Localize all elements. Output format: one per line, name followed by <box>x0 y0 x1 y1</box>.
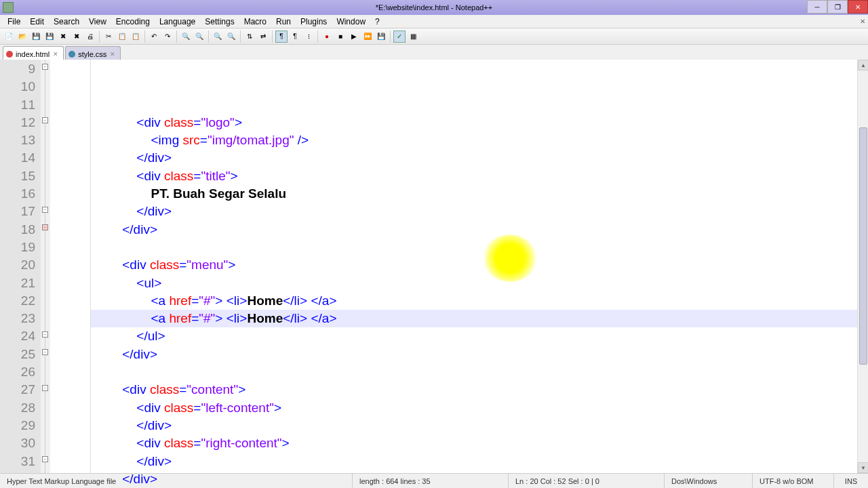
code-line[interactable]: PT. Buah Segar Selalu <box>91 185 868 203</box>
save-icon[interactable]: 💾 <box>30 30 42 43</box>
macro-play-icon[interactable]: ▶ <box>348 30 360 43</box>
tab-index-html[interactable]: index.html ✕ <box>3 46 64 60</box>
tab-style-css[interactable]: style.css ✕ <box>65 46 121 60</box>
file-saved-icon <box>68 51 75 58</box>
line-number: 27 <box>0 381 35 399</box>
code-line[interactable]: <ul> <box>91 274 868 292</box>
line-number: 17 <box>0 203 35 220</box>
code-line[interactable]: <div class="title"> <box>91 167 868 185</box>
fold-column[interactable]: − − − − − − − − <box>41 60 50 473</box>
save-all-icon[interactable]: 💾 <box>43 30 56 43</box>
spellcheck-icon[interactable]: ✓ <box>393 30 406 43</box>
editor-area[interactable]: 9101112131415161718192021222324252627282… <box>0 60 868 473</box>
code-line[interactable]: <a href="#"> <li>Home</li> </a> <box>91 310 868 327</box>
menu-encoding[interactable]: Encoding <box>111 16 155 28</box>
menu-search[interactable]: Search <box>49 16 84 28</box>
vertical-scrollbar[interactable]: ▲ ▼ <box>857 60 868 473</box>
menu-language[interactable]: Language <box>155 16 200 28</box>
scroll-up-icon[interactable]: ▲ <box>858 60 868 70</box>
code-line[interactable]: <div class="content"> <box>91 381 868 399</box>
code-line[interactable] <box>91 363 868 381</box>
sync-v-icon[interactable]: ⇅ <box>243 30 256 43</box>
undo-icon[interactable]: ↶ <box>148 30 160 43</box>
tab-close-icon[interactable]: ✕ <box>109 51 116 58</box>
code-line[interactable]: <div class="logo"> <box>91 114 868 131</box>
code-line[interactable]: </div> <box>91 453 868 470</box>
fold-toggle-icon[interactable]: − <box>42 349 48 355</box>
print-icon[interactable]: 🖨 <box>84 30 96 43</box>
paste-icon[interactable]: 📋 <box>130 30 142 43</box>
line-number: 9 <box>0 60 35 78</box>
tab-label: style.css <box>78 50 106 58</box>
maximize-button[interactable]: ❐ <box>827 0 848 14</box>
sync-h-icon[interactable]: ⇄ <box>257 30 269 43</box>
redo-icon[interactable]: ↷ <box>161 30 174 43</box>
all-chars-icon[interactable]: ¶ <box>289 30 301 43</box>
code-line[interactable]: </div> <box>91 149 868 167</box>
line-number: 19 <box>0 239 35 256</box>
close-icon[interactable]: ✖ <box>57 30 69 43</box>
zoom-in-icon[interactable]: 🔍 <box>212 30 224 43</box>
line-number: 12 <box>0 114 35 131</box>
document-close-icon[interactable]: ✕ <box>860 18 865 25</box>
minimize-button[interactable]: ─ <box>807 0 827 14</box>
code-line[interactable]: </div> <box>91 203 868 220</box>
close-button[interactable]: ✕ <box>848 0 868 14</box>
line-number-gutter: 9101112131415161718192021222324252627282… <box>0 60 41 473</box>
line-number: 30 <box>0 434 35 452</box>
find-icon[interactable]: 🔍 <box>180 30 192 43</box>
doc-map-icon[interactable]: ▦ <box>407 30 419 43</box>
fold-toggle-icon[interactable]: − <box>42 385 48 391</box>
margin-column <box>50 60 91 473</box>
menu-file[interactable]: File <box>3 16 25 28</box>
menu-run[interactable]: Run <box>271 16 296 28</box>
zoom-out-icon[interactable]: 🔍 <box>225 30 237 43</box>
replace-icon[interactable]: 🔍 <box>193 30 205 43</box>
menu-macro[interactable]: Macro <box>239 16 271 28</box>
fold-toggle-icon[interactable]: − <box>42 117 48 123</box>
menu-help[interactable]: ? <box>370 16 384 28</box>
fold-toggle-icon[interactable]: − <box>42 456 48 462</box>
tab-close-icon[interactable]: ✕ <box>52 51 59 58</box>
wordwrap-icon[interactable]: ¶ <box>275 30 288 43</box>
new-file-icon[interactable]: 📄 <box>3 30 15 43</box>
line-number: 13 <box>0 131 35 149</box>
code-line[interactable]: </div> <box>91 470 868 488</box>
code-line[interactable]: </div> <box>91 417 868 434</box>
open-file-icon[interactable]: 📂 <box>16 30 28 43</box>
line-number: 18 <box>0 221 35 239</box>
indent-guide-icon[interactable]: ⫶ <box>302 30 315 43</box>
code-line[interactable]: </div> <box>91 346 868 363</box>
macro-fast-icon[interactable]: ⏩ <box>361 30 374 43</box>
code-line[interactable]: <div class="right-content"> <box>91 434 868 452</box>
line-number: 25 <box>0 346 35 363</box>
copy-icon[interactable]: 📋 <box>116 30 128 43</box>
fold-toggle-icon[interactable]: − <box>42 224 48 230</box>
macro-stop-icon[interactable]: ■ <box>334 30 347 43</box>
cut-icon[interactable]: ✂ <box>102 30 115 43</box>
menu-window[interactable]: Window <box>332 16 370 28</box>
code-line[interactable]: </div> <box>91 221 868 239</box>
menu-plugins[interactable]: Plugins <box>296 16 332 28</box>
close-all-icon[interactable]: ✖ <box>71 30 83 43</box>
scrollbar-thumb[interactable] <box>859 127 867 365</box>
code-line[interactable]: <div class="menu"> <box>91 256 868 274</box>
fold-toggle-icon[interactable]: − <box>42 64 48 70</box>
code-line[interactable]: <div class="left-content"> <box>91 399 868 417</box>
fold-toggle-icon[interactable]: − <box>42 207 48 213</box>
code-line[interactable]: <img src="img/tomat.jpg" /> <box>91 131 868 149</box>
line-number: 15 <box>0 167 35 185</box>
macro-save-icon[interactable]: 💾 <box>375 30 387 43</box>
menu-edit[interactable]: Edit <box>25 16 49 28</box>
line-number: 23 <box>0 310 35 327</box>
code-line[interactable]: <a href="#"> <li>Home</li> </a> <box>91 292 868 310</box>
code-line[interactable] <box>91 239 868 256</box>
macro-record-icon[interactable]: ● <box>321 30 333 43</box>
code-line[interactable]: </ul> <box>91 327 868 345</box>
code-content[interactable]: <div class="logo"> <img src="img/tomat.j… <box>91 60 868 473</box>
menu-settings[interactable]: Settings <box>200 16 239 28</box>
line-number: 14 <box>0 149 35 167</box>
scroll-down-icon[interactable]: ▼ <box>858 462 868 473</box>
fold-toggle-icon[interactable]: − <box>42 331 48 338</box>
menu-view[interactable]: View <box>84 16 111 28</box>
